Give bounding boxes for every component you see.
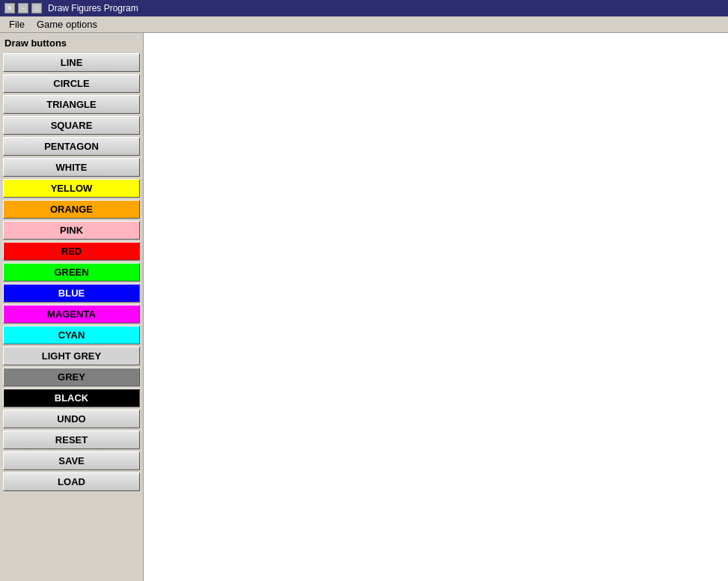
menu-bar: File Game options xyxy=(0,16,728,33)
red-button[interactable]: RED xyxy=(3,242,140,261)
square-button[interactable]: SQUARE xyxy=(3,116,140,135)
circle-button[interactable]: CIRCLE xyxy=(3,74,140,93)
title-bar: ✕ − □ Draw Figures Program xyxy=(0,0,728,16)
orange-button[interactable]: ORANGE xyxy=(3,200,140,219)
sidebar-title: Draw buttons xyxy=(3,36,140,50)
undo-button[interactable]: UNDO xyxy=(3,410,140,428)
reset-button[interactable]: RESET xyxy=(3,431,140,449)
grey-button[interactable]: GREY xyxy=(3,368,140,386)
pink-button[interactable]: PINK xyxy=(3,221,140,240)
load-button[interactable]: LOAD xyxy=(3,472,140,491)
menu-item-game-options[interactable]: Game options xyxy=(31,17,103,31)
close-button[interactable]: ✕ xyxy=(4,3,15,13)
canvas-area[interactable] xyxy=(144,33,728,581)
maximize-button[interactable]: □ xyxy=(31,3,42,13)
yellow-button[interactable]: YELLOW xyxy=(3,179,140,198)
blue-button[interactable]: BLUE xyxy=(3,284,140,302)
menu-item-file[interactable]: File xyxy=(3,17,31,31)
minimize-button[interactable]: − xyxy=(18,3,28,13)
magenta-button[interactable]: MAGENTA xyxy=(3,305,140,323)
save-button[interactable]: SAVE xyxy=(3,451,140,470)
lightgrey-button[interactable]: LIGHT GREY xyxy=(3,347,140,365)
sidebar: Draw buttons LINECIRCLETRIANGLESQUAREPEN… xyxy=(0,33,144,581)
triangle-button[interactable]: TRIANGLE xyxy=(3,95,140,114)
cyan-button[interactable]: CYAN xyxy=(3,326,140,344)
black-button[interactable]: BLACK xyxy=(3,389,140,407)
title-bar-title: Draw Figures Program xyxy=(48,3,138,13)
line-button[interactable]: LINE xyxy=(3,53,140,72)
pentagon-button[interactable]: PENTAGON xyxy=(3,137,140,156)
green-button[interactable]: GREEN xyxy=(3,263,140,282)
white-button[interactable]: WHITE xyxy=(3,158,140,177)
